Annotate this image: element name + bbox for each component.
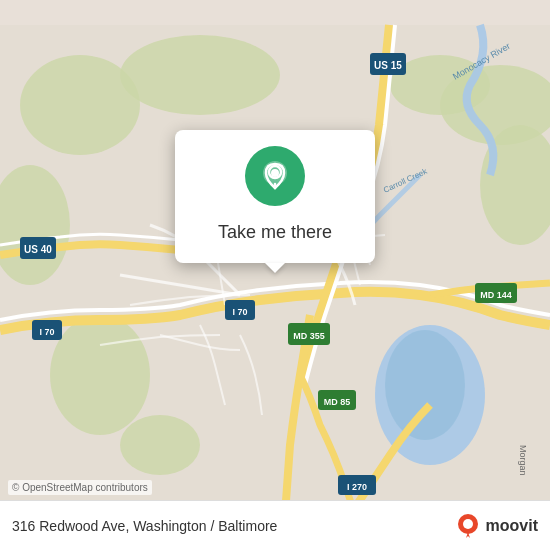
svg-text:I 70: I 70 bbox=[232, 307, 247, 317]
svg-point-8 bbox=[120, 415, 200, 475]
svg-text:US 40: US 40 bbox=[24, 244, 52, 255]
popup-card: Take me there bbox=[175, 130, 375, 263]
svg-point-33 bbox=[271, 169, 279, 177]
svg-text:I 270: I 270 bbox=[347, 482, 367, 492]
svg-text:MD 355: MD 355 bbox=[293, 331, 325, 341]
svg-text:MD 85: MD 85 bbox=[324, 397, 351, 407]
map-container: US 15 US 40 I 70 I 70 MD 355 MD 85 MD 14… bbox=[0, 0, 550, 550]
svg-point-7 bbox=[50, 315, 150, 435]
moovit-brand-text: moovit bbox=[486, 517, 538, 535]
moovit-icon bbox=[454, 512, 482, 540]
osm-attribution: © OpenStreetMap contributors bbox=[8, 480, 152, 495]
bottom-bar: 316 Redwood Ave, Washington / Baltimore … bbox=[0, 500, 550, 550]
svg-text:MD 144: MD 144 bbox=[480, 290, 512, 300]
svg-point-6 bbox=[120, 35, 280, 115]
moovit-logo: moovit bbox=[454, 512, 538, 540]
svg-point-35 bbox=[463, 519, 473, 529]
take-me-there-button[interactable]: Take me there bbox=[210, 218, 340, 247]
location-icon-circle bbox=[245, 146, 305, 206]
svg-text:US 15: US 15 bbox=[374, 60, 402, 71]
location-pin-icon bbox=[257, 158, 293, 194]
map-background: US 15 US 40 I 70 I 70 MD 355 MD 85 MD 14… bbox=[0, 0, 550, 550]
address-text: 316 Redwood Ave, Washington / Baltimore bbox=[12, 518, 277, 534]
svg-point-10 bbox=[385, 330, 465, 440]
svg-text:I 70: I 70 bbox=[39, 327, 54, 337]
svg-text:Morgan: Morgan bbox=[518, 445, 528, 476]
